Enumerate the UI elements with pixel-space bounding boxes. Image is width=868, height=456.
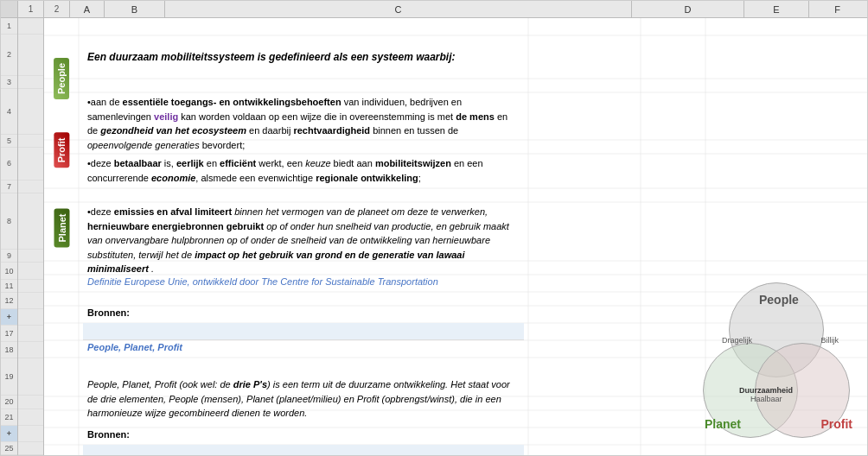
- b1-en2: en daarbij: [246, 125, 293, 136]
- venn-billijk: Billijk: [820, 336, 839, 345]
- people-rotated-label: People: [54, 58, 69, 99]
- source-row: Definitie Europese Unie, ontwikkeld door…: [83, 275, 524, 292]
- row-numbers: 1 2 3 4 5 6 7 8 9 10 11 12 + 17 18 19 20…: [1, 18, 18, 455]
- b2-eerlijk: eerlijk: [176, 158, 204, 168]
- col-header-a[interactable]: A: [70, 1, 105, 17]
- row-expand-24[interactable]: +: [1, 426, 17, 442]
- b2-werkt: werkt, een: [256, 158, 305, 168]
- row-num-10[interactable]: 10: [1, 263, 17, 279]
- col-header-b[interactable]: B: [105, 1, 165, 17]
- b2-en: en: [204, 158, 220, 168]
- bullet1-row: •aan de essentiële toegangs- en ontwikke…: [83, 92, 524, 140]
- col-header-num1: 1: [18, 1, 44, 17]
- b1-bevordert: bevordert;: [200, 140, 246, 150]
- b1-veilig: veilig: [154, 111, 178, 122]
- row-num-18[interactable]: 18: [1, 342, 17, 358]
- row-num-7[interactable]: 7: [1, 180, 17, 193]
- bronnen1-row: Bronnen:: [83, 306, 524, 323]
- row-num-6[interactable]: 6: [1, 148, 17, 180]
- row-expand-16[interactable]: +: [1, 309, 17, 326]
- venn-haalbaar: Haalbaar: [750, 395, 782, 403]
- b3-dot: .: [149, 263, 154, 274]
- b2-keuze: keuze: [305, 158, 330, 168]
- ppp-driePs: drie P's: [233, 379, 267, 390]
- row-num-19[interactable]: 19: [1, 358, 17, 396]
- b1-rechtvaardigheid: rechtvaardigheid: [293, 125, 370, 136]
- ppp-title-row: People, Planet, Profit: [83, 340, 524, 358]
- people-label-container: People: [44, 40, 79, 117]
- title-row: Een duurzaam mobiliteitssysteem is gedef…: [83, 35, 524, 79]
- b1-binnen: binnen en tussen de: [370, 125, 458, 136]
- row-num-4[interactable]: 4: [1, 89, 17, 134]
- bronnen2-text: Bronnen:: [87, 429, 130, 440]
- bullet3-row: •deze emissies en afval limiteert binnen…: [83, 202, 524, 261]
- ppp-title-text: People, Planet, Profit: [87, 342, 182, 352]
- title-text: Een duurzaam mobiliteitssysteem is gedef…: [87, 51, 456, 63]
- row-num-5[interactable]: 5: [1, 135, 17, 148]
- bronnen1-text: Bronnen:: [87, 307, 130, 318]
- b3-deze: •deze: [87, 206, 114, 217]
- data-area: People Profit Planet Een duurzaam mobili…: [44, 18, 867, 455]
- b2-is: is,: [162, 158, 176, 168]
- b1-bullet: •aan de: [87, 97, 123, 107]
- group-indicators: [18, 18, 44, 455]
- venn-diagram: People Planet Profit Dragelijk Billijk H…: [703, 282, 854, 438]
- b1-demens: de mens: [456, 111, 495, 122]
- b2-economie: economie: [151, 173, 195, 183]
- venn-dragelijk: Dragelijk: [722, 336, 752, 345]
- row-num-1[interactable]: 1: [1, 18, 17, 35]
- b2-deze: •deze: [87, 158, 114, 168]
- b3-binnen: binnen het vermogen van de planeet om de…: [232, 206, 488, 217]
- b3-emissies: emissies en afval limiteert: [114, 206, 232, 217]
- planet-label-container: Planet: [44, 191, 79, 264]
- row-num-20[interactable]: 20: [1, 396, 17, 408]
- row-num-9[interactable]: 9: [1, 250, 17, 263]
- col-header-e[interactable]: E: [744, 1, 809, 17]
- row-num-8[interactable]: 8: [1, 193, 17, 250]
- collapsed-group2: [83, 445, 524, 455]
- text-content: Een duurzaam mobiliteitssysteem is gedef…: [83, 18, 524, 455]
- b1-gezondheid: gezondheid van het ecosysteem: [100, 125, 246, 136]
- ppp-desc-row: People, Planet, Profit (ook wel: de drie…: [83, 375, 524, 414]
- row-num-11[interactable]: 11: [1, 280, 17, 293]
- b2-alsmede: , alsmede een evenwichtige: [195, 173, 316, 183]
- planet-rotated-label: Planet: [54, 208, 69, 247]
- row-num-17[interactable]: 17: [1, 326, 17, 342]
- row-num-2[interactable]: 2: [1, 35, 17, 76]
- b2-efficient: efficiënt: [220, 158, 256, 168]
- spreadsheet: 1 2 A B C D E F 1 2 3 4 5 6 7 8 9 10 11 …: [0, 0, 868, 456]
- col-header-d[interactable]: D: [632, 1, 744, 17]
- col-header-c[interactable]: C: [165, 1, 632, 17]
- b2-mobiliteitswijzen: mobiliteitswijzen: [375, 158, 451, 168]
- profit-rotated-label: Profit: [54, 132, 69, 168]
- profit-label-container: Profit: [44, 117, 79, 182]
- b2-regionale: regionale ontwikkeling: [316, 173, 418, 183]
- venn-duurzaamheid: Duurzaamheid: [739, 386, 793, 395]
- row-num-3[interactable]: 3: [1, 76, 17, 89]
- b2-biedt: biedt aan: [331, 158, 375, 168]
- b2-betaalbaar: betaalbaar: [114, 158, 162, 168]
- venn-profit-label: Profit: [820, 417, 852, 431]
- b1-opeenvolgende: opeenvolgende generaties: [87, 140, 200, 150]
- row-num-25[interactable]: 25: [1, 442, 17, 455]
- venn-planet-label: Planet: [705, 417, 741, 431]
- col-header-f[interactable]: F: [809, 1, 865, 17]
- col-header-num2: 2: [44, 1, 70, 17]
- ppp-desc-text: People, Planet, Profit (ook wel: de: [87, 379, 233, 390]
- source-text: Definitie Europese Unie, ontwikkeld door…: [87, 276, 438, 287]
- bronnen2-row: Bronnen:: [83, 428, 524, 445]
- row-num-12[interactable]: 12: [1, 293, 17, 309]
- bullet2-row: •deze betaalbaar is, eerlijk en efficiën…: [83, 154, 524, 188]
- b1-kan: kan worden voldaan op een wijze die in o…: [178, 111, 456, 122]
- venn-people-label: People: [759, 293, 799, 307]
- b1-essentiele: essentiële toegangs- en ontwikkelingsbeh…: [123, 97, 341, 107]
- b3-hernieuwbare: hernieuwbare energiebronnen gebruikt: [87, 221, 264, 231]
- row-num-21[interactable]: 21: [1, 409, 17, 426]
- b2-semi: ;: [418, 173, 421, 183]
- collapsed-group1: [83, 323, 524, 340]
